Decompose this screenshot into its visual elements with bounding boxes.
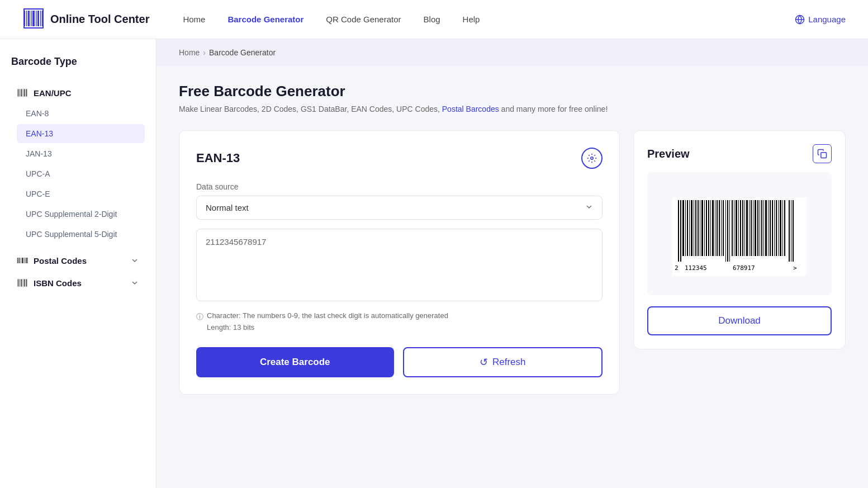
barcode-info: ⓘ Character: The numbers 0-9, the last c… — [196, 310, 603, 334]
sidebar-category-label-postal: Postal Codes — [34, 256, 87, 266]
svg-rect-81 — [772, 200, 773, 256]
svg-rect-77 — [763, 200, 764, 256]
isbn-category-icon — [17, 277, 28, 288]
sidebar-item-upc-sup2[interactable]: UPC Supplemental 2-Digit — [17, 205, 145, 224]
svg-rect-82 — [774, 200, 775, 256]
sidebar-title: Barcode Type — [11, 56, 145, 68]
content-area: Free Barcode Generator Make Linear Barco… — [156, 66, 868, 411]
svg-rect-73 — [755, 200, 756, 256]
svg-rect-31 — [23, 279, 23, 286]
svg-rect-57 — [721, 200, 722, 256]
svg-rect-22 — [18, 258, 20, 263]
sidebar-item-upce[interactable]: UPC-E — [17, 184, 145, 203]
svg-rect-19 — [24, 89, 25, 96]
svg-text:2: 2 — [675, 264, 679, 272]
copy-button[interactable] — [813, 144, 832, 163]
sidebar-category-ean-upc[interactable]: EAN/UPC — [11, 82, 145, 104]
svg-rect-11 — [23, 8, 25, 29]
sidebar-item-jan13[interactable]: JAN-13 — [17, 144, 145, 163]
sidebar-item-ean8[interactable]: EAN-8 — [17, 104, 145, 123]
svg-rect-50 — [706, 200, 707, 256]
svg-rect-49 — [704, 200, 705, 256]
svg-text:678917: 678917 — [733, 264, 755, 272]
svg-rect-74 — [757, 200, 758, 256]
svg-rect-28 — [18, 279, 19, 286]
svg-rect-9 — [23, 8, 44, 10]
svg-text:>: > — [793, 264, 797, 272]
svg-rect-42 — [689, 200, 690, 256]
refresh-label: Refresh — [492, 357, 526, 368]
nav-home[interactable]: Home — [183, 12, 205, 26]
breadcrumb-home[interactable]: Home — [179, 48, 200, 57]
svg-rect-68 — [744, 200, 745, 256]
refresh-button[interactable]: ↺ Refresh — [403, 347, 603, 377]
card-title: EAN-13 — [196, 151, 240, 165]
two-column-layout: EAN-13 Data source Normal text CSV — [179, 130, 846, 395]
settings-button[interactable] — [581, 148, 603, 169]
chevron-down-icon-isbn — [130, 278, 139, 287]
svg-rect-12 — [42, 8, 44, 29]
svg-rect-85 — [780, 200, 781, 256]
svg-rect-1 — [26, 11, 27, 26]
barcode-preview-area: 2 112345 678917 > — [647, 172, 832, 295]
main-content: Home › Barcode Generator Free Barcode Ge… — [156, 39, 868, 488]
sidebar-category-isbn[interactable]: ISBN Codes — [11, 272, 145, 294]
svg-rect-44 — [694, 200, 694, 256]
svg-rect-32 — [24, 279, 25, 286]
svg-rect-78 — [765, 200, 767, 256]
svg-rect-80 — [770, 200, 771, 256]
svg-rect-89 — [791, 200, 791, 262]
data-source-select[interactable]: Normal text CSV URL — [196, 196, 603, 220]
card-header: EAN-13 — [196, 148, 603, 169]
data-source-select-wrapper: Normal text CSV URL — [196, 196, 603, 220]
svg-rect-43 — [691, 200, 692, 256]
sidebar-item-ean13[interactable]: EAN-13 — [17, 124, 145, 143]
postal-category-icon — [17, 255, 28, 266]
svg-rect-10 — [23, 27, 44, 29]
svg-rect-84 — [778, 200, 779, 256]
info-icon: ⓘ — [196, 311, 203, 334]
sidebar-item-upca[interactable]: UPC-A — [17, 164, 145, 183]
barcode-value-input[interactable]: 2112345678917 — [196, 229, 603, 301]
svg-rect-16 — [20, 89, 20, 96]
nav-help[interactable]: Help — [463, 12, 480, 26]
svg-rect-26 — [26, 258, 27, 263]
nav-barcode-generator[interactable]: Barcode Generator — [227, 12, 303, 26]
sidebar-category-label-isbn: ISBN Codes — [34, 278, 82, 288]
svg-rect-25 — [24, 258, 25, 263]
create-barcode-button[interactable]: Create Barcode — [196, 347, 394, 377]
svg-rect-39 — [682, 200, 684, 256]
page-subtitle: Make Linear Barcodes, 2D Codes, GS1 Data… — [179, 105, 846, 113]
nav-blog[interactable]: Blog — [424, 12, 440, 26]
svg-rect-4 — [32, 11, 35, 26]
svg-rect-55 — [717, 200, 718, 256]
data-source-label: Data source — [196, 182, 603, 191]
svg-rect-87 — [784, 200, 785, 256]
language-button[interactable]: Language — [795, 15, 846, 25]
svg-rect-52 — [710, 200, 711, 256]
sidebar-items-ean: EAN-8 EAN-13 JAN-13 UPC-A UPC-E UPC Supp… — [17, 104, 145, 244]
svg-rect-6 — [37, 11, 39, 26]
barcode-image: 2 112345 678917 > — [672, 197, 807, 276]
svg-rect-66 — [740, 200, 741, 256]
nav-qr-code[interactable]: QR Code Generator — [326, 12, 401, 26]
svg-rect-61 — [729, 200, 730, 262]
svg-text:112345: 112345 — [685, 264, 707, 272]
svg-rect-47 — [700, 200, 700, 256]
svg-rect-70 — [749, 200, 750, 256]
download-button[interactable]: Download — [647, 306, 832, 335]
svg-rect-62 — [732, 200, 733, 256]
sidebar-item-upc-sup5[interactable]: UPC Supplemental 5-Digit — [17, 225, 145, 244]
svg-rect-3 — [31, 11, 32, 26]
svg-rect-41 — [687, 200, 688, 256]
chevron-down-icon-postal — [130, 256, 139, 265]
postal-link[interactable]: Postal Barcodes — [442, 105, 499, 113]
sidebar-category-postal[interactable]: Postal Codes — [11, 249, 145, 272]
svg-rect-76 — [761, 200, 762, 256]
svg-rect-5 — [36, 11, 37, 26]
breadcrumb-separator: › — [203, 48, 206, 57]
refresh-icon: ↺ — [480, 356, 488, 368]
svg-rect-40 — [685, 200, 686, 256]
svg-rect-24 — [22, 258, 23, 263]
svg-rect-46 — [698, 200, 699, 256]
